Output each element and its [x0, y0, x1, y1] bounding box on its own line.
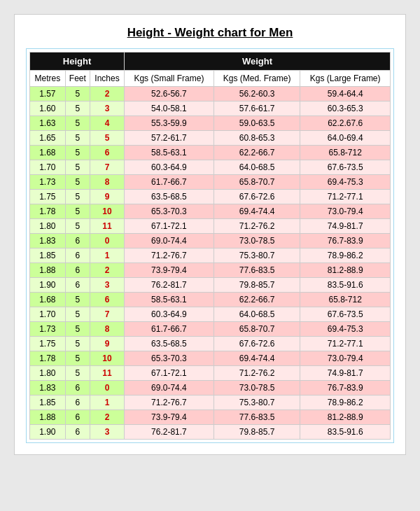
cell-col-inches: 6: [90, 146, 124, 160]
height-weight-table: Height Weight Metres Feet Inches Kgs (Sm…: [29, 52, 391, 440]
table-row: 1.755963.5-68.567.6-72.671.2-77.1: [30, 190, 391, 204]
cell-col-metres: 1.80: [30, 366, 66, 381]
table-row: 1.906376.2-81.779.8-85.783.5-91.6: [30, 425, 391, 440]
cell-col-kgs-small: 65.3-70.3: [125, 351, 214, 366]
cell-col-kgs-med: 62.2-66.7: [214, 293, 300, 307]
cell-col-kgs-med: 71.2-76.2: [214, 366, 300, 381]
cell-col-kgs-med: 60.8-65.3: [214, 131, 300, 146]
page-container: Height - Weight chart for Men Height Wei…: [14, 14, 406, 455]
table-row: 1.8051167.1-72.171.2-76.274.9-81.7: [30, 366, 391, 381]
cell-col-feet: 6: [65, 381, 90, 396]
cell-col-kgs-med: 77.6-83.5: [214, 410, 300, 425]
cell-col-inches: 2: [90, 87, 124, 102]
cell-col-inches: 7: [90, 307, 124, 322]
table-row: 1.685658.5-63.162.2-66.765.8-712: [30, 293, 391, 307]
cell-col-inches: 1: [90, 396, 124, 410]
cell-col-inches: 10: [90, 204, 124, 219]
cell-col-feet: 5: [65, 87, 90, 102]
cell-col-kgs-large: 74.9-81.7: [300, 219, 391, 234]
page-title: Height - Weight chart for Men: [26, 26, 394, 40]
col-kgs-large-header: Kgs (Large Frame): [300, 71, 391, 87]
cell-col-feet: 6: [65, 396, 90, 410]
cell-col-kgs-small: 57.2-61.7: [125, 131, 214, 146]
cell-col-kgs-small: 69.0-74.4: [125, 381, 214, 396]
cell-col-kgs-large: 65.8-712: [300, 146, 391, 160]
cell-col-kgs-large: 67.6-73.5: [300, 160, 391, 175]
cell-col-kgs-small: 67.1-72.1: [125, 219, 214, 234]
table-row: 1.655557.2-61.760.8-65.364.0-69.4: [30, 131, 391, 146]
cell-col-kgs-large: 65.8-712: [300, 293, 391, 307]
cell-col-feet: 5: [65, 293, 90, 307]
cell-col-feet: 6: [65, 425, 90, 440]
cell-col-kgs-med: 79.8-85.7: [214, 278, 300, 293]
col-metres-header: Metres: [30, 71, 66, 87]
cell-col-metres: 1.88: [30, 263, 66, 278]
cell-col-inches: 11: [90, 219, 124, 234]
cell-col-feet: 5: [65, 351, 90, 366]
cell-col-kgs-med: 65.8-70.7: [214, 175, 300, 190]
cell-col-feet: 5: [65, 337, 90, 351]
cell-col-feet: 5: [65, 131, 90, 146]
cell-col-feet: 5: [65, 160, 90, 175]
cell-col-inches: 9: [90, 190, 124, 204]
cell-col-metres: 1.80: [30, 219, 66, 234]
cell-col-kgs-med: 65.8-70.7: [214, 322, 300, 337]
table-row: 1.685658.5-63.162.2-66.765.8-712: [30, 146, 391, 160]
cell-col-feet: 5: [65, 322, 90, 337]
cell-col-kgs-small: 61.7-66.7: [125, 175, 214, 190]
cell-col-feet: 5: [65, 146, 90, 160]
cell-col-kgs-large: 71.2-77.1: [300, 190, 391, 204]
cell-col-kgs-small: 73.9-79.4: [125, 410, 214, 425]
cell-col-feet: 5: [65, 116, 90, 131]
cell-col-kgs-large: 83.5-91.6: [300, 278, 391, 293]
cell-col-kgs-small: 58.5-63.1: [125, 293, 214, 307]
cell-col-kgs-med: 64.0-68.5: [214, 307, 300, 322]
cell-col-kgs-large: 71.2-77.1: [300, 337, 391, 351]
cell-col-kgs-small: 61.7-66.7: [125, 322, 214, 337]
table-row: 1.886273.9-79.477.6-83.581.2-88.9: [30, 263, 391, 278]
table-row: 1.856171.2-76.775.3-80.778.9-86.2: [30, 396, 391, 410]
table-row: 1.8051167.1-72.171.2-76.274.9-81.7: [30, 219, 391, 234]
cell-col-inches: 7: [90, 160, 124, 175]
cell-col-kgs-large: 76.7-83.9: [300, 234, 391, 248]
height-group-header: Height: [30, 52, 125, 71]
cell-col-metres: 1.70: [30, 307, 66, 322]
table-row: 1.886273.9-79.477.6-83.581.2-88.9: [30, 410, 391, 425]
cell-col-metres: 1.83: [30, 234, 66, 248]
cell-col-kgs-med: 59.0-63.5: [214, 116, 300, 131]
cell-col-kgs-med: 69.4-74.4: [214, 351, 300, 366]
cell-col-metres: 1.78: [30, 204, 66, 219]
table-row: 1.755963.5-68.567.6-72.671.2-77.1: [30, 337, 391, 351]
table-row: 1.735861.7-66.765.8-70.769.4-75.3: [30, 322, 391, 337]
cell-col-kgs-small: 52.6-56.7: [125, 87, 214, 102]
cell-col-metres: 1.70: [30, 160, 66, 175]
cell-col-feet: 5: [65, 366, 90, 381]
cell-col-kgs-med: 56.2-60.3: [214, 87, 300, 102]
cell-col-inches: 2: [90, 263, 124, 278]
cell-col-kgs-med: 73.0-78.5: [214, 381, 300, 396]
cell-col-inches: 8: [90, 175, 124, 190]
cell-col-feet: 5: [65, 219, 90, 234]
table-row: 1.705760.3-64.964.0-68.567.6-73.5: [30, 160, 391, 175]
cell-col-kgs-large: 78.9-86.2: [300, 248, 391, 263]
cell-col-kgs-small: 54.0-58.1: [125, 102, 214, 116]
cell-col-kgs-med: 73.0-78.5: [214, 234, 300, 248]
cell-col-metres: 1.57: [30, 87, 66, 102]
cell-col-metres: 1.68: [30, 293, 66, 307]
table-row: 1.7851065.3-70.369.4-74.473.0-79.4: [30, 351, 391, 366]
cell-col-kgs-large: 59.4-64.4: [300, 87, 391, 102]
cell-col-kgs-med: 64.0-68.5: [214, 160, 300, 175]
cell-col-metres: 1.75: [30, 337, 66, 351]
cell-col-kgs-small: 63.5-68.5: [125, 190, 214, 204]
cell-col-feet: 5: [65, 190, 90, 204]
cell-col-feet: 5: [65, 204, 90, 219]
cell-col-kgs-large: 60.3-65.3: [300, 102, 391, 116]
cell-col-inches: 11: [90, 366, 124, 381]
col-feet-header: Feet: [65, 71, 90, 87]
cell-col-inches: 2: [90, 410, 124, 425]
cell-col-kgs-large: 73.0-79.4: [300, 351, 391, 366]
cell-col-kgs-small: 63.5-68.5: [125, 337, 214, 351]
cell-col-feet: 5: [65, 307, 90, 322]
cell-col-feet: 6: [65, 234, 90, 248]
cell-col-kgs-large: 78.9-86.2: [300, 396, 391, 410]
